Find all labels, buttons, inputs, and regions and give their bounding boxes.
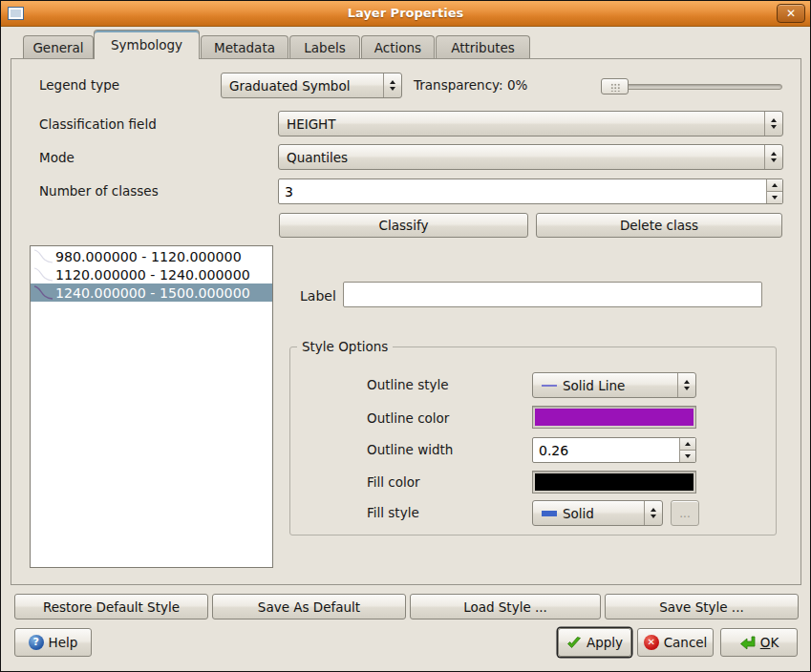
style-options-title: Style Options [297, 339, 393, 354]
outline-style-label: Outline style [367, 377, 449, 392]
restore-default-style-button[interactable]: Restore Default Style [14, 594, 208, 620]
outline-width-spinbox[interactable]: 0.26 [532, 437, 696, 463]
tab-symbology[interactable]: Symbology [94, 30, 200, 59]
fill-style-value: Solid [563, 506, 594, 521]
label-field-label: Label [300, 288, 336, 304]
combo-arrows-icon [677, 373, 695, 397]
tab-actions[interactable]: Actions [361, 35, 435, 59]
class-range-label: 980.000000 - 1120.000000 [55, 249, 242, 264]
combo-arrows-icon [644, 501, 662, 525]
spin-down-button[interactable] [766, 191, 782, 203]
spin-down-button[interactable] [679, 450, 695, 462]
transparency-label: Transparency: 0% [414, 77, 527, 93]
apply-button-label: Apply [587, 635, 623, 650]
outline-color-label: Outline color [367, 410, 449, 426]
fill-color-button[interactable] [532, 471, 696, 494]
window-title: Layer Properties [1, 6, 810, 20]
mode-label: Mode [39, 150, 75, 165]
cancel-button[interactable]: ✕ Cancel [637, 628, 714, 657]
number-of-classes-value: 3 [285, 184, 293, 200]
fill-color-swatch [535, 473, 694, 491]
outline-width-value: 0.26 [539, 443, 568, 458]
help-icon: ? [29, 635, 44, 650]
spin-up-button[interactable] [766, 179, 782, 191]
help-button-label: Help [49, 635, 78, 650]
graduated-symbol-icon [32, 284, 55, 301]
slider-handle[interactable] [601, 78, 629, 94]
close-icon: ✕ [786, 7, 796, 20]
number-of-classes-spinbox[interactable]: 3 [278, 178, 783, 204]
legend-type-combo[interactable]: Graduated Symbol [221, 73, 402, 98]
legend-type-value: Graduated Symbol [229, 78, 350, 94]
fill-style-combo[interactable]: Solid [532, 500, 663, 526]
class-list-item-selected[interactable]: 1240.000000 - 1500.000000 [31, 284, 272, 302]
mode-combo[interactable]: Quantiles [278, 144, 783, 170]
classification-field-value: HEIGHT [287, 116, 336, 132]
cancel-icon: ✕ [644, 635, 659, 650]
class-range-label: 1120.000000 - 1240.000000 [55, 267, 250, 283]
transparency-slider[interactable] [601, 78, 782, 94]
fill-style-label: Fill style [367, 505, 419, 520]
close-button[interactable]: ✕ [777, 4, 805, 23]
load-style-button[interactable]: Load Style ... [410, 594, 601, 620]
save-style-button[interactable]: Save Style ... [605, 594, 799, 620]
number-of-classes-label: Number of classes [39, 183, 159, 199]
tab-metadata[interactable]: Metadata [201, 35, 288, 59]
label-input[interactable] [343, 282, 762, 307]
solid-fill-icon [541, 509, 558, 518]
fill-color-label: Fill color [367, 474, 420, 490]
class-list[interactable]: 980.000000 - 1120.000000 1120.000000 - 1… [30, 245, 273, 568]
apply-check-icon [566, 636, 582, 650]
combo-arrows-icon [764, 145, 782, 169]
spin-up-button[interactable] [679, 438, 695, 450]
class-range-label: 1240.000000 - 1500.000000 [55, 285, 250, 301]
layer-properties-dialog: Layer Properties ✕ General Symbology Met… [0, 0, 811, 672]
tab-general[interactable]: General [23, 35, 94, 59]
cancel-button-label: Cancel [664, 635, 708, 650]
help-button[interactable]: ? Help [14, 628, 92, 657]
class-list-item[interactable]: 980.000000 - 1120.000000 [31, 247, 272, 265]
style-options-group: Style Options Outline style Solid Line O… [289, 346, 777, 536]
delete-class-button[interactable]: Delete class [536, 213, 782, 238]
classification-field-label: Classification field [39, 116, 157, 132]
solid-line-icon [541, 382, 558, 389]
combo-arrows-icon [383, 74, 401, 97]
ok-button[interactable]: OK [720, 628, 798, 657]
titlebar[interactable]: Layer Properties ✕ [1, 1, 810, 27]
tab-labels[interactable]: Labels [289, 35, 360, 59]
tab-attributes[interactable]: Attributes [436, 35, 530, 59]
outline-style-value: Solid Line [563, 378, 625, 393]
graduated-symbol-icon [32, 266, 55, 283]
outline-width-label: Outline width [367, 442, 453, 457]
classify-button[interactable]: Classify [279, 213, 528, 238]
mode-value: Quantiles [287, 150, 348, 165]
graduated-symbol-icon [32, 248, 55, 264]
ok-button-label: OK [760, 635, 779, 650]
outline-style-combo[interactable]: Solid Line [532, 372, 696, 398]
fill-style-more-button[interactable]: ... [671, 500, 699, 526]
classification-field-combo[interactable]: HEIGHT [278, 111, 783, 136]
save-as-default-button[interactable]: Save As Default [212, 594, 406, 620]
class-list-item[interactable]: 1120.000000 - 1240.000000 [31, 265, 272, 284]
legend-type-label: Legend type [39, 77, 119, 93]
apply-button[interactable]: Apply [558, 628, 631, 657]
combo-arrows-icon [764, 112, 782, 136]
outline-color-button[interactable] [532, 406, 696, 429]
ok-enter-icon [739, 635, 756, 650]
outline-color-swatch [535, 409, 694, 426]
